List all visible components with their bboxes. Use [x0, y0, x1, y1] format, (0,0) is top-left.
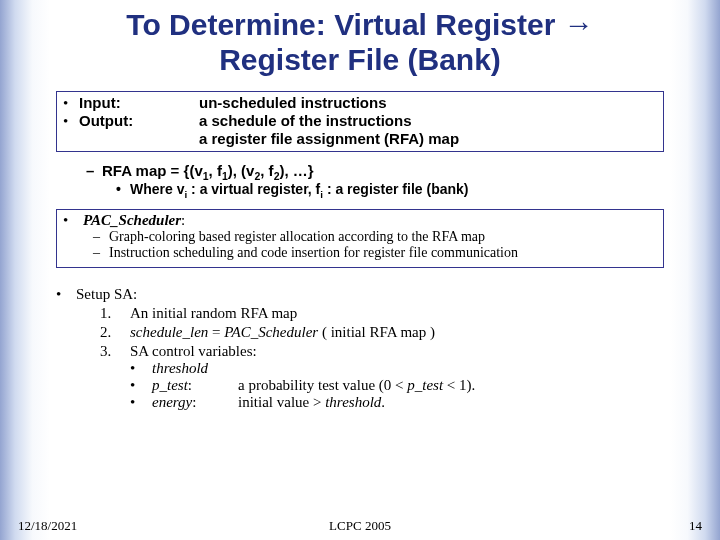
- output-desc-2: a register file assignment (RFA) map: [199, 130, 459, 147]
- output-desc-1: a schedule of the instructions: [199, 112, 412, 129]
- pac-bullet-1: Graph-coloring based register allocation…: [109, 229, 485, 245]
- footer-date: 12/18/2021: [18, 518, 77, 534]
- setup-sa-header: • Setup SA:: [56, 286, 664, 303]
- rfa-text: RFA map = {(v: [102, 162, 203, 179]
- slide: To Determine: Virtual Register → Registe…: [0, 0, 720, 540]
- sa-item-2: 2. schedule_len = PAC_Scheduler ( initia…: [100, 324, 664, 341]
- footer-venue: LCPC 2005: [329, 518, 391, 534]
- sa-item-1: 1. An initial random RFA map: [100, 305, 664, 322]
- footer: 12/18/2021 LCPC 2005 14: [18, 518, 702, 534]
- pac-scheduler-box: • PAC_Scheduler: – Graph-coloring based …: [56, 209, 664, 268]
- footer-page: 14: [689, 518, 702, 534]
- input-desc: un-scheduled instructions: [199, 94, 387, 111]
- output-label: Output:: [79, 112, 199, 129]
- slide-title: To Determine: Virtual Register → Registe…: [56, 8, 664, 77]
- pac-bullet-2: Instruction scheduling and code insertio…: [109, 245, 518, 261]
- title-line-2: Register File (Bank): [219, 43, 501, 76]
- rfa-where-line: • Where vi : a virtual register, fi : a …: [56, 181, 664, 197]
- io-box: • Input: un-scheduled instructions • Out…: [56, 91, 664, 152]
- title-line-1: To Determine: Virtual Register →: [126, 8, 593, 41]
- rfa-map-line: – RFA map = {(v1, f1), (v2, f2), …}: [56, 162, 664, 179]
- pac-scheduler-name: PAC_Scheduler: [83, 212, 181, 228]
- input-label: Input:: [79, 94, 199, 111]
- sa-item-3: 3. SA control variables:: [100, 343, 664, 360]
- sa-var-threshold: • threshold: [56, 360, 664, 377]
- sa-var-ptest: • p_test: a probability test value (0 < …: [56, 377, 664, 394]
- sa-var-energy: • energy: initial value > threshold.: [56, 394, 664, 411]
